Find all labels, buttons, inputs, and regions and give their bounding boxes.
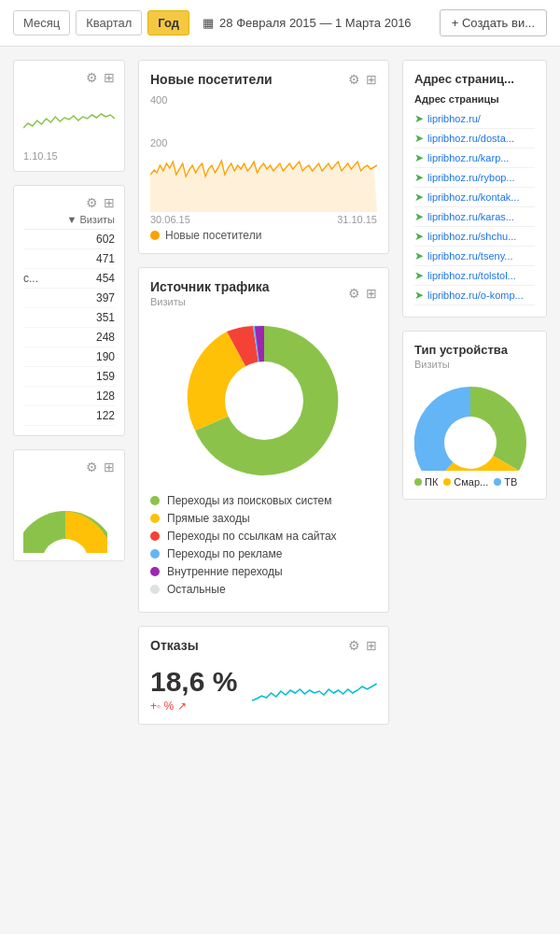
legend-item-direct: Прямые заходы — [150, 512, 377, 525]
grid-icon-ts[interactable] — [366, 286, 377, 301]
gear-icon[interactable] — [86, 70, 98, 85]
grid-icon-bounce[interactable] — [366, 638, 377, 653]
kw-row: 351 — [23, 308, 115, 328]
bounce-sparkline — [252, 672, 377, 713]
legend-smart: Смар... — [443, 476, 488, 488]
device-header: Тип устройства Визиты — [414, 343, 535, 370]
arrow-icon: ➤ — [414, 132, 424, 145]
new-visitors-header: Новые посетители — [150, 72, 377, 87]
list-item[interactable]: ➤lipribhoz.ru/tseny... — [414, 247, 535, 266]
sparkline-date-label: 1.10.15 — [23, 150, 115, 162]
grid-icon-kw[interactable] — [104, 195, 115, 210]
mini-sparkline — [23, 91, 115, 147]
arrow-icon: ➤ — [414, 269, 424, 282]
gear-icon-pie[interactable] — [86, 460, 98, 474]
grid-icon[interactable] — [104, 70, 115, 85]
list-item[interactable]: ➤lipribhoz.ru/shchu... — [414, 227, 535, 247]
device-legend: ПК Смар... ТВ — [414, 476, 535, 488]
list-item[interactable]: ➤lipribhoz.ru/ — [414, 109, 535, 129]
legend-dot-links — [150, 531, 160, 541]
pc-dot — [414, 478, 422, 486]
btn-month[interactable]: Месяц — [13, 10, 70, 35]
mini-pie-card — [13, 449, 125, 561]
calendar-icon: ▦ — [203, 16, 214, 30]
legend-dot-direct — [150, 514, 160, 523]
list-item[interactable]: ➤lipribhoz.ru/o-komp... — [414, 286, 535, 305]
legend-dot-other — [150, 585, 160, 594]
date-range-display: ▦ 28 Февраля 2015 — 1 Марта 2016 — [203, 16, 412, 30]
nv-legend: Новые посетители — [150, 229, 377, 242]
kw-table-header: ▼ Визиты — [23, 214, 115, 230]
main-content: 1.10.15 ▼ Визиты 602 471 с...454 397 351… — [0, 47, 560, 738]
gear-icon-ts[interactable] — [348, 286, 360, 301]
svg-point-3 — [444, 417, 497, 469]
device-subtitle: Визиты — [414, 359, 508, 370]
change-text: +◦ % ↗ — [150, 700, 187, 713]
bounce-header: Отказы — [150, 638, 377, 653]
legend-item-links: Переходы по ссылкам на сайтах — [150, 530, 377, 543]
gear-icon-kw[interactable] — [86, 195, 98, 210]
btn-quarter[interactable]: Квартал — [76, 10, 142, 35]
new-visitors-chart: 200 30.06.15 31.10.15 — [150, 109, 377, 221]
legend-item-other: Остальные — [150, 583, 377, 596]
gear-icon-nv[interactable] — [348, 72, 360, 87]
gear-icon-bounce[interactable] — [348, 638, 360, 653]
arrow-icon: ➤ — [414, 249, 424, 262]
smart-dot — [443, 478, 451, 486]
legend-dot-internal — [150, 567, 160, 576]
tv-dot — [494, 478, 501, 486]
visits-header: ▼ Визиты — [66, 214, 115, 225]
device-title: Тип устройства — [414, 343, 508, 357]
addresses-card: Адрес страниц... Адрес страницы ➤lipribh… — [402, 60, 547, 318]
list-item[interactable]: ➤lipribhoz.ru/karas... — [414, 207, 535, 227]
middle-column: Новые посетители 400 200 30.06.15 31.10.… — [138, 60, 389, 725]
list-item[interactable]: ➤lipribhoz.ru/kontak... — [414, 188, 535, 207]
arrow-icon: ➤ — [414, 230, 424, 243]
arrow-icon: ➤ — [414, 289, 424, 302]
left-column: 1.10.15 ▼ Визиты 602 471 с...454 397 351… — [13, 60, 125, 725]
keywords-card: ▼ Визиты 602 471 с...454 397 351 248 190… — [13, 185, 125, 436]
nv-y-label-200: 200 — [150, 137, 167, 149]
traffic-legend-list: Переходы из поисковых систем Прямые захо… — [150, 494, 377, 596]
kw-row: 159 — [23, 367, 115, 387]
bounce-title: Отказы — [150, 638, 199, 653]
kw-row: 248 — [23, 328, 115, 347]
list-item[interactable]: ➤lipribhoz.ru/tolstol... — [414, 266, 535, 286]
grid-icon-nv[interactable] — [366, 72, 377, 87]
traffic-source-card: Источник трафика Визиты — [138, 267, 389, 613]
arrow-icon: ➤ — [414, 112, 424, 125]
keywords-table: ▼ Визиты 602 471 с...454 397 351 248 190… — [23, 214, 115, 426]
legend-item-search: Переходы из поисковых систем — [150, 494, 377, 507]
kw-row: 128 — [23, 387, 115, 406]
bounce-card: Отказы 18,6 % +◦ % ↗ — [138, 626, 389, 725]
new-visitors-card: Новые посетители 400 200 30.06.15 31.10.… — [138, 60, 389, 254]
traffic-source-title: Источник трафика — [150, 279, 270, 294]
arrow-icon: ➤ — [414, 171, 424, 184]
legend-item-ads: Переходы по рекламе — [150, 547, 377, 560]
toolbar: Месяц Квартал Год ▦ 28 Февраля 2015 — 1 … — [0, 0, 560, 47]
kw-row: 471 — [23, 249, 115, 269]
device-chart — [414, 377, 535, 471]
nv-x-label-1: 30.06.15 — [150, 214, 190, 225]
grid-icon-pie[interactable] — [104, 460, 115, 474]
kw-row: с...454 — [23, 269, 115, 289]
legend-dot-search — [150, 496, 160, 505]
btn-year[interactable]: Год — [147, 10, 189, 35]
traffic-source-header: Источник трафика Визиты — [150, 279, 377, 307]
create-button[interactable]: + Создать ви... — [440, 9, 547, 36]
nv-legend-label: Новые посетители — [165, 229, 261, 242]
donut-chart-container — [150, 317, 377, 485]
bounce-actions — [348, 638, 377, 653]
list-item[interactable]: ➤lipribhoz.ru/rybop... — [414, 168, 535, 188]
addresses-title: Адрес страниц... — [414, 72, 514, 86]
svg-point-2 — [225, 361, 303, 440]
list-item[interactable]: ➤lipribhoz.ru/dosta... — [414, 129, 535, 149]
kw-row: 190 — [23, 347, 115, 367]
date-range-text: 28 Февраля 2015 — 1 Марта 2016 — [219, 16, 412, 30]
tv-label: ТВ — [504, 476, 517, 488]
list-item[interactable]: ➤lipribhoz.ru/karp... — [414, 149, 535, 168]
traffic-source-actions — [348, 286, 377, 301]
nv-legend-dot — [150, 231, 160, 240]
kw-row: 122 — [23, 406, 115, 426]
kw-row: 397 — [23, 289, 115, 308]
